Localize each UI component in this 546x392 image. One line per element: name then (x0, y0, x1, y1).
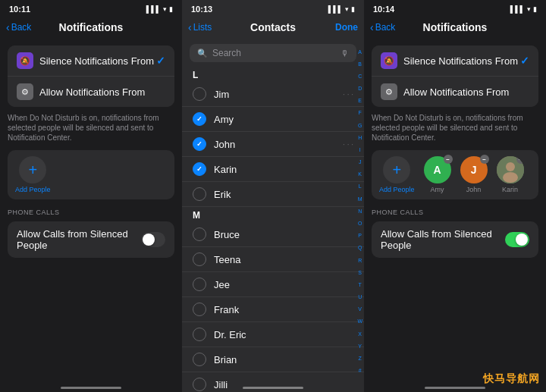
alpha-a[interactable]: A (358, 49, 362, 55)
allow-calls-row-left: Allow Calls from Silenced People (8, 221, 174, 258)
allow-calls-text-left: Allow Calls from Silenced People (17, 228, 141, 251)
alpha-b[interactable]: B (358, 61, 362, 67)
home-indicator-right (425, 387, 485, 389)
contact-dreric[interactable]: Dr. Eric (182, 322, 364, 347)
radio-jim[interactable] (193, 87, 206, 101)
add-people-area-left: + Add People (8, 150, 174, 199)
radio-erik[interactable] (193, 187, 206, 201)
add-label-left: Add People (15, 186, 51, 193)
allow-icon-right: ⚙ (381, 83, 397, 100)
contact-john[interactable]: ✓ John · · · (182, 132, 364, 157)
contact-frank[interactable]: Frank (182, 297, 364, 322)
alpha-y[interactable]: Y (358, 343, 362, 349)
radio-amy[interactable]: ✓ (193, 112, 206, 126)
contact-bruce[interactable]: Bruce (182, 222, 364, 247)
wifi-icon-m: ▾ (345, 5, 349, 13)
alpha-hash[interactable]: # (359, 368, 362, 373)
allow-calls-text-right: Allow Calls from Silenced People (381, 228, 505, 251)
radio-karin[interactable]: ✓ (193, 162, 206, 176)
name-amy: Amy (214, 114, 353, 125)
notifications-section-right: 🔕 Silence Notifications From ✓ ⚙ Allow N… (372, 45, 538, 107)
alpha-z[interactable]: Z (359, 356, 362, 361)
alpha-n[interactable]: N (358, 209, 362, 214)
alpha-i[interactable]: I (359, 147, 361, 152)
signal-icon-r: ▌▌▌ (510, 5, 525, 13)
radio-bruce[interactable] (193, 227, 206, 241)
check-karin: ✓ (196, 165, 202, 173)
allow-item-left[interactable]: ⚙ Allow Notifications From (8, 77, 174, 107)
panel-right: 10:14 ▌▌▌ ▾ ▮ ‹ Back Notifications 🔕 Sil… (364, 0, 546, 392)
remove-amy[interactable]: − (444, 155, 453, 164)
add-people-button-right[interactable]: + Add People (379, 156, 415, 193)
allow-calls-toggle-left[interactable] (141, 232, 165, 247)
alpha-s[interactable]: S (358, 270, 362, 275)
alpha-d[interactable]: D (358, 86, 362, 91)
search-input[interactable]: Search (212, 48, 336, 58)
alpha-o[interactable]: O (358, 221, 362, 226)
radio-jilli[interactable] (193, 378, 206, 391)
search-bar[interactable]: 🔍 Search 🎙 (190, 44, 356, 62)
check-john: ✓ (196, 140, 202, 148)
contact-amy[interactable]: ✓ Amy (182, 107, 364, 132)
signal-icon: ▌▌▌ (146, 5, 161, 13)
done-button[interactable]: Done (335, 22, 358, 33)
alpha-u[interactable]: U (358, 294, 362, 299)
radio-teena[interactable] (193, 252, 206, 266)
remove-karin[interactable]: − (516, 156, 524, 164)
home-indicator-middle (243, 387, 303, 389)
silence-item-right[interactable]: 🔕 Silence Notifications From ✓ (372, 45, 538, 77)
phone-calls-label-right: PHONE CALLS (364, 202, 546, 218)
contact-teena[interactable]: Teena (182, 247, 364, 272)
name-brian: Brian (214, 354, 353, 365)
status-icons-right: ▌▌▌ ▾ ▮ (510, 5, 537, 13)
lists-button[interactable]: ‹ Lists (188, 21, 212, 33)
allow-calls-toggle-right[interactable] (505, 232, 529, 247)
name-frank: Frank (214, 304, 353, 315)
contact-erik[interactable]: Erik (182, 182, 364, 207)
alpha-sidebar[interactable]: A B C D E F G H I J K L M N O P Q R S T … (357, 45, 362, 377)
alpha-w[interactable]: W (357, 318, 362, 324)
alpha-k[interactable]: K (358, 171, 362, 177)
alpha-c[interactable]: C (358, 74, 362, 79)
alpha-v[interactable]: V (358, 306, 362, 312)
alpha-x[interactable]: X (358, 331, 362, 337)
contact-karin-item: − Karin (497, 156, 524, 193)
nav-title-left: Notifications (59, 21, 124, 33)
contact-jilli[interactable]: Jilli (182, 372, 364, 392)
description-right: When Do Not Disturb is on, notifications… (364, 110, 546, 147)
name-karin: Karin (214, 164, 353, 175)
allow-item-right[interactable]: ⚙ Allow Notifications From (372, 77, 538, 107)
contact-jee[interactable]: Jee (182, 272, 364, 297)
alpha-g[interactable]: G (358, 123, 362, 128)
silence-item-left[interactable]: 🔕 Silence Notifications From ✓ (8, 45, 174, 77)
contact-jim[interactable]: Jim · · · (182, 82, 364, 107)
alpha-t[interactable]: T (359, 282, 362, 287)
avatar-john-label: John (466, 186, 482, 193)
allow-label-right: Allow Notifications From (403, 86, 529, 98)
contact-john-item: − J John (460, 156, 488, 193)
radio-frank[interactable] (193, 303, 206, 316)
name-jim: Jim (214, 89, 343, 100)
back-button-left[interactable]: ‹ Back (6, 21, 31, 33)
contact-karin[interactable]: ✓ Karin (182, 157, 364, 182)
radio-brian[interactable] (193, 353, 206, 366)
add-people-button-left[interactable]: + Add People (15, 156, 51, 193)
alpha-p[interactable]: P (358, 233, 362, 238)
alpha-j[interactable]: J (359, 159, 362, 165)
alpha-h[interactable]: H (358, 135, 362, 140)
alpha-q[interactable]: Q (358, 245, 362, 250)
alpha-f[interactable]: F (359, 110, 362, 115)
alpha-l[interactable]: L (359, 183, 362, 189)
radio-jee[interactable] (193, 278, 206, 291)
back-button-right[interactable]: ‹ Back (370, 21, 395, 33)
alpha-r[interactable]: R (358, 258, 362, 263)
radio-dreric[interactable] (193, 328, 206, 341)
alpha-m[interactable]: M (358, 196, 362, 202)
dots-john: · · · (343, 140, 353, 149)
alpha-e[interactable]: E (358, 98, 362, 103)
remove-john[interactable]: − (480, 155, 489, 164)
contact-brian[interactable]: Brian (182, 347, 364, 372)
radio-john[interactable]: ✓ (193, 137, 206, 151)
contacts-list: L Jim · · · ✓ Amy ✓ John · · · ✓ Karin (182, 67, 364, 392)
status-icons-middle: ▌▌▌ ▾ ▮ (328, 5, 355, 13)
